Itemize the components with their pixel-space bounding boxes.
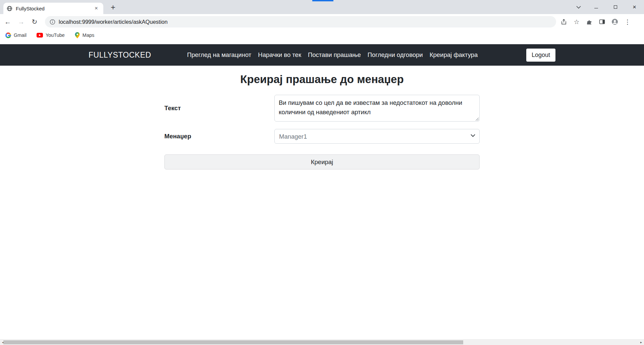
ask-question-form: Текст Ви пишувам со цел да ве известам з… — [164, 95, 480, 169]
nav-link-orders-in-progress[interactable]: Нарачки во тек — [255, 51, 305, 59]
browser-menu-kebab-icon[interactable]: ⋮ — [623, 17, 633, 27]
tab-title: FullyStocked — [16, 6, 93, 11]
question-text-input[interactable]: Ви пишувам со цел да ве известам за недо… — [274, 95, 480, 122]
manager-label: Менаџер — [164, 133, 274, 140]
url-text: localhost:9999/worker/articles/askAQuest… — [59, 19, 168, 25]
share-icon[interactable] — [559, 17, 569, 27]
nav-link-warehouse-overview[interactable]: Преглед на магацинот — [184, 51, 255, 59]
nav-link-create-invoice[interactable]: Креирај фактура — [426, 51, 481, 59]
profile-avatar-icon[interactable] — [610, 17, 620, 27]
bookmark-maps[interactable]: Maps — [75, 32, 94, 39]
tab-favicon-globe-icon — [7, 6, 12, 11]
tab-search-chevron-icon[interactable] — [571, 0, 587, 14]
site-navbar: FULLYSTOCKED Преглед на магацинот Нарачк… — [0, 44, 644, 66]
window-close-button[interactable]: × — [625, 0, 644, 14]
manager-select[interactable]: Manager1 — [274, 129, 480, 144]
window-controls: × — [571, 0, 644, 14]
manager-select-wrapper: Manager1 — [274, 129, 480, 144]
horizontal-scrollbar[interactable]: ◄ ► — [0, 339, 644, 345]
nav-link-ask-question[interactable]: Постави прашање — [305, 51, 364, 59]
bookmark-gmail[interactable]: Gmail — [5, 32, 26, 38]
main-content: Креирај прашање до менаџер Текст Ви пишу… — [164, 73, 480, 169]
scroll-right-arrow-icon[interactable]: ► — [638, 340, 644, 345]
bookmarks-bar: Gmail YouTube Maps — [0, 29, 644, 41]
forward-button[interactable]: → — [15, 16, 27, 27]
youtube-icon — [37, 33, 43, 38]
page-title: Креирај прашање до менаџер — [164, 73, 480, 86]
back-button[interactable]: ← — [2, 16, 13, 27]
bookmark-label: Gmail — [14, 32, 26, 38]
extensions-puzzle-icon[interactable] — [584, 17, 594, 27]
bookmark-youtube[interactable]: YouTube — [37, 32, 65, 38]
side-panel-icon[interactable] — [597, 17, 607, 27]
address-bar[interactable]: localhost:9999/worker/articles/askAQuest… — [45, 16, 556, 27]
nav-links: Преглед на магацинот Нарачки во тек Пост… — [184, 51, 481, 59]
minimize-icon — [594, 8, 598, 8]
google-g-icon — [5, 32, 11, 38]
tab-close-icon[interactable]: × — [93, 5, 100, 12]
maximize-icon — [614, 5, 617, 9]
site-info-icon[interactable] — [50, 19, 55, 25]
navbar-container: FULLYSTOCKED Преглед на магацинот Нарачк… — [82, 49, 562, 62]
create-question-button[interactable]: Креирај — [164, 154, 480, 169]
refresh-button[interactable]: ↻ — [29, 16, 40, 27]
nav-link-view-answers[interactable]: Погледни одговори — [364, 51, 426, 59]
bookmark-label: Maps — [83, 32, 94, 38]
tab-strip: FullyStocked × + × — [0, 0, 644, 14]
text-label: Текст — [164, 105, 274, 112]
browser-tab[interactable]: FullyStocked × — [3, 3, 103, 14]
bookmark-star-icon[interactable]: ☆ — [572, 17, 582, 27]
maps-pin-icon — [75, 32, 80, 39]
page-content: FULLYSTOCKED Преглед на магацинот Нарачк… — [0, 41, 644, 339]
textarea-wrapper: Ви пишувам со цел да ве известам за недо… — [274, 95, 480, 122]
window-maximize-button[interactable] — [606, 0, 625, 14]
close-icon: × — [633, 4, 636, 10]
window-minimize-button[interactable] — [587, 0, 606, 14]
browser-toolbar: ← → ↻ localhost:9999/worker/articles/ask… — [0, 14, 644, 29]
scrollbar-thumb[interactable] — [3, 340, 463, 344]
bookmark-label: YouTube — [46, 32, 65, 38]
tab-strip-accent — [312, 0, 333, 1]
brand-logo[interactable]: FULLYSTOCKED — [89, 51, 151, 60]
new-tab-button[interactable]: + — [108, 2, 118, 12]
logout-button[interactable]: Logout — [526, 49, 555, 62]
